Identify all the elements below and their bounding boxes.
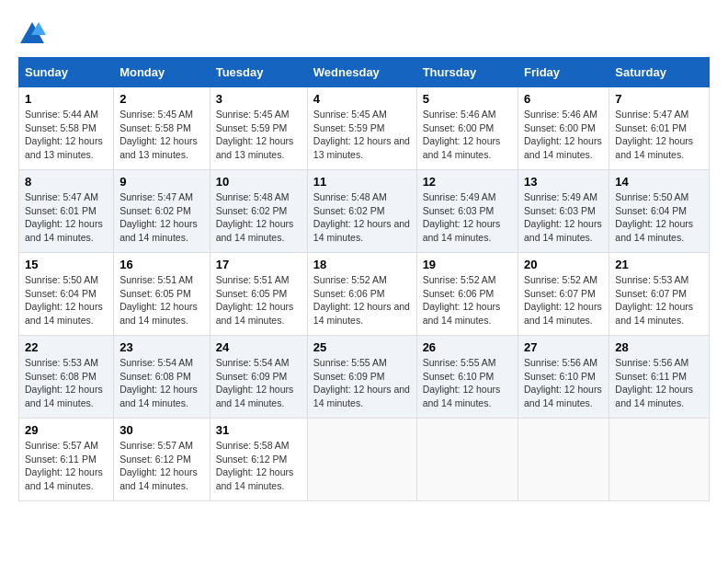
day-header-thursday: Thursday: [416, 58, 518, 87]
calendar-week-row: 15 Sunrise: 5:50 AM Sunset: 6:04 PM Dayl…: [19, 253, 710, 336]
calendar-cell: 2 Sunrise: 5:45 AM Sunset: 5:58 PM Dayli…: [114, 87, 210, 170]
day-info: Sunrise: 5:47 AM Sunset: 6:01 PM Dayligh…: [615, 108, 703, 162]
calendar-cell: [416, 419, 518, 501]
day-number: 20: [524, 258, 603, 271]
day-info: Sunrise: 5:54 AM Sunset: 6:09 PM Dayligh…: [216, 356, 301, 410]
day-info: Sunrise: 5:46 AM Sunset: 6:00 PM Dayligh…: [524, 108, 603, 162]
day-info: Sunrise: 5:44 AM Sunset: 5:58 PM Dayligh…: [25, 108, 108, 162]
calendar-cell: 31 Sunrise: 5:58 AM Sunset: 6:12 PM Dayl…: [210, 419, 307, 501]
calendar-cell: 23 Sunrise: 5:54 AM Sunset: 6:08 PM Dayl…: [114, 336, 210, 419]
day-number: 4: [313, 92, 411, 106]
calendar-cell: 22 Sunrise: 5:53 AM Sunset: 6:08 PM Dayl…: [19, 336, 114, 419]
day-number: 22: [25, 340, 108, 354]
day-info: Sunrise: 5:58 AM Sunset: 6:12 PM Dayligh…: [216, 439, 301, 493]
calendar-cell: 14 Sunrise: 5:50 AM Sunset: 6:04 PM Dayl…: [609, 170, 710, 253]
calendar-cell: 26 Sunrise: 5:55 AM Sunset: 6:10 PM Dayl…: [416, 336, 518, 419]
calendar-cell: 13 Sunrise: 5:49 AM Sunset: 6:03 PM Dayl…: [518, 170, 609, 253]
calendar-week-row: 22 Sunrise: 5:53 AM Sunset: 6:08 PM Dayl…: [19, 336, 710, 419]
day-info: Sunrise: 5:52 AM Sunset: 6:07 PM Dayligh…: [524, 273, 603, 327]
calendar-week-row: 8 Sunrise: 5:47 AM Sunset: 6:01 PM Dayli…: [19, 170, 710, 253]
day-info: Sunrise: 5:49 AM Sunset: 6:03 PM Dayligh…: [423, 190, 512, 245]
day-info: Sunrise: 5:51 AM Sunset: 6:05 PM Dayligh…: [216, 273, 301, 327]
day-info: Sunrise: 5:53 AM Sunset: 6:07 PM Dayligh…: [615, 273, 703, 327]
calendar-cell: 25 Sunrise: 5:55 AM Sunset: 6:09 PM Dayl…: [307, 336, 416, 419]
day-number: 14: [615, 175, 703, 189]
calendar-cell: 18 Sunrise: 5:52 AM Sunset: 6:06 PM Dayl…: [307, 253, 416, 336]
calendar-cell: 11 Sunrise: 5:48 AM Sunset: 6:02 PM Dayl…: [307, 170, 416, 253]
day-header-wednesday: Wednesday: [307, 58, 416, 87]
calendar-cell: 10 Sunrise: 5:48 AM Sunset: 6:02 PM Dayl…: [210, 170, 307, 253]
day-info: Sunrise: 5:56 AM Sunset: 6:11 PM Dayligh…: [615, 356, 703, 410]
day-number: 29: [25, 423, 108, 437]
day-number: 9: [119, 175, 204, 189]
day-number: 27: [524, 340, 603, 354]
day-header-friday: Friday: [518, 58, 609, 87]
day-info: Sunrise: 5:48 AM Sunset: 6:02 PM Dayligh…: [216, 190, 301, 245]
calendar-cell: 6 Sunrise: 5:46 AM Sunset: 6:00 PM Dayli…: [518, 87, 609, 170]
page-header: [18, 18, 710, 48]
calendar-week-row: 29 Sunrise: 5:57 AM Sunset: 6:11 PM Dayl…: [19, 419, 710, 501]
calendar-cell: 19 Sunrise: 5:52 AM Sunset: 6:06 PM Dayl…: [416, 253, 518, 336]
calendar-cell: 1 Sunrise: 5:44 AM Sunset: 5:58 PM Dayli…: [19, 87, 114, 170]
calendar-cell: 5 Sunrise: 5:46 AM Sunset: 6:00 PM Dayli…: [416, 87, 518, 170]
day-number: 19: [423, 258, 512, 271]
day-info: Sunrise: 5:56 AM Sunset: 6:10 PM Dayligh…: [524, 356, 603, 410]
day-number: 26: [423, 340, 512, 354]
calendar-week-row: 1 Sunrise: 5:44 AM Sunset: 5:58 PM Dayli…: [19, 87, 710, 170]
day-number: 23: [119, 340, 204, 354]
day-number: 28: [615, 340, 703, 354]
day-info: Sunrise: 5:57 AM Sunset: 6:12 PM Dayligh…: [119, 439, 204, 493]
calendar-cell: 15 Sunrise: 5:50 AM Sunset: 6:04 PM Dayl…: [19, 253, 114, 336]
calendar-cell: 24 Sunrise: 5:54 AM Sunset: 6:09 PM Dayl…: [210, 336, 307, 419]
day-info: Sunrise: 5:55 AM Sunset: 6:10 PM Dayligh…: [423, 356, 512, 410]
calendar-cell: 8 Sunrise: 5:47 AM Sunset: 6:01 PM Dayli…: [19, 170, 114, 253]
day-info: Sunrise: 5:52 AM Sunset: 6:06 PM Dayligh…: [313, 273, 411, 327]
day-number: 13: [524, 175, 603, 189]
day-number: 8: [25, 175, 108, 189]
day-number: 11: [313, 175, 411, 189]
day-info: Sunrise: 5:53 AM Sunset: 6:08 PM Dayligh…: [25, 356, 108, 410]
day-info: Sunrise: 5:57 AM Sunset: 6:11 PM Dayligh…: [25, 439, 108, 493]
calendar-cell: 17 Sunrise: 5:51 AM Sunset: 6:05 PM Dayl…: [210, 253, 307, 336]
day-number: 16: [119, 258, 204, 271]
day-number: 24: [216, 340, 301, 354]
calendar-cell: [518, 419, 609, 501]
day-number: 15: [25, 258, 108, 271]
day-info: Sunrise: 5:45 AM Sunset: 5:59 PM Dayligh…: [313, 108, 411, 162]
day-info: Sunrise: 5:50 AM Sunset: 6:04 PM Dayligh…: [25, 273, 108, 327]
day-info: Sunrise: 5:51 AM Sunset: 6:05 PM Dayligh…: [119, 273, 204, 327]
logo-icon: [18, 20, 46, 48]
calendar-header-row: SundayMondayTuesdayWednesdayThursdayFrid…: [19, 58, 710, 87]
day-number: 31: [216, 423, 301, 437]
logo: [18, 18, 48, 48]
day-number: 3: [216, 92, 301, 106]
calendar-cell: 29 Sunrise: 5:57 AM Sunset: 6:11 PM Dayl…: [19, 419, 114, 501]
calendar-cell: 12 Sunrise: 5:49 AM Sunset: 6:03 PM Dayl…: [416, 170, 518, 253]
calendar-cell: 4 Sunrise: 5:45 AM Sunset: 5:59 PM Dayli…: [307, 87, 416, 170]
day-info: Sunrise: 5:47 AM Sunset: 6:01 PM Dayligh…: [25, 190, 108, 245]
calendar-cell: 7 Sunrise: 5:47 AM Sunset: 6:01 PM Dayli…: [609, 87, 710, 170]
day-info: Sunrise: 5:54 AM Sunset: 6:08 PM Dayligh…: [119, 356, 204, 410]
day-number: 30: [119, 423, 204, 437]
calendar-cell: [307, 419, 416, 501]
calendar-cell: 21 Sunrise: 5:53 AM Sunset: 6:07 PM Dayl…: [609, 253, 710, 336]
day-header-monday: Monday: [114, 58, 210, 87]
calendar-cell: 3 Sunrise: 5:45 AM Sunset: 5:59 PM Dayli…: [210, 87, 307, 170]
day-header-saturday: Saturday: [609, 58, 710, 87]
day-number: 21: [615, 258, 703, 271]
day-info: Sunrise: 5:48 AM Sunset: 6:02 PM Dayligh…: [313, 190, 411, 245]
calendar-cell: 28 Sunrise: 5:56 AM Sunset: 6:11 PM Dayl…: [609, 336, 710, 419]
day-info: Sunrise: 5:45 AM Sunset: 5:59 PM Dayligh…: [216, 108, 301, 162]
day-number: 25: [313, 340, 411, 354]
day-number: 7: [615, 92, 703, 106]
day-header-tuesday: Tuesday: [210, 58, 307, 87]
day-number: 10: [216, 175, 301, 189]
calendar-cell: 27 Sunrise: 5:56 AM Sunset: 6:10 PM Dayl…: [518, 336, 609, 419]
day-header-sunday: Sunday: [19, 58, 114, 87]
day-info: Sunrise: 5:50 AM Sunset: 6:04 PM Dayligh…: [615, 190, 703, 245]
day-number: 18: [313, 258, 411, 271]
calendar-table: SundayMondayTuesdayWednesdayThursdayFrid…: [18, 57, 710, 501]
calendar-cell: [609, 419, 710, 501]
day-info: Sunrise: 5:47 AM Sunset: 6:02 PM Dayligh…: [119, 190, 204, 245]
day-number: 5: [423, 92, 512, 106]
